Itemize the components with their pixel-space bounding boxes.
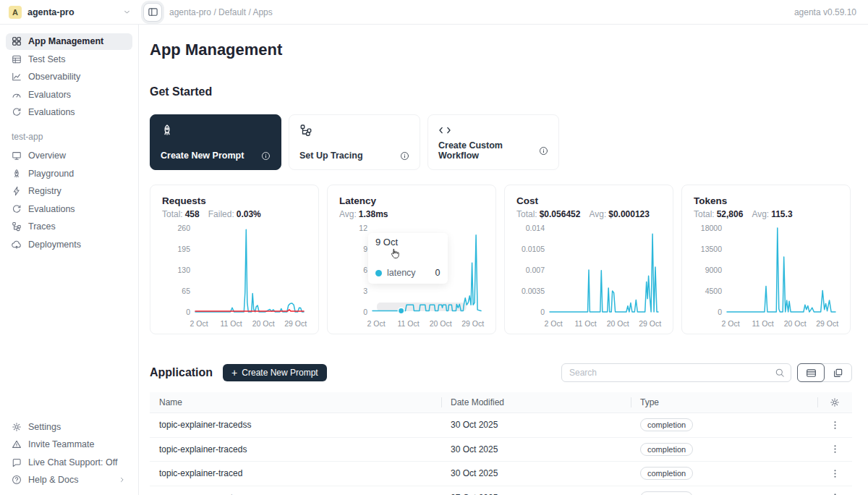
- svg-text:18000: 18000: [701, 224, 722, 232]
- chevron-down-icon[interactable]: [122, 7, 132, 17]
- chevron-right-icon: [118, 475, 127, 484]
- column-header-date-modified[interactable]: Date Modified: [441, 392, 631, 412]
- arrows-clockwise-icon: [12, 107, 22, 117]
- svg-text:130: 130: [177, 266, 190, 274]
- svg-text:9000: 9000: [705, 266, 723, 274]
- create-new-prompt-button[interactable]: + Create New Prompt: [223, 364, 327, 381]
- cell-type: completion: [631, 468, 817, 478]
- sidebar-item-traces[interactable]: Traces: [6, 219, 132, 235]
- card-view-button[interactable]: [824, 364, 851, 381]
- cell-name: topic-explainer-traceds: [150, 444, 441, 454]
- type-badge: completion: [640, 443, 693, 456]
- tooltip-date: 9 Oct: [375, 237, 441, 248]
- svg-text:20 Oct: 20 Oct: [607, 319, 629, 328]
- card-create-new-prompt[interactable]: Create New Prompt: [150, 114, 281, 170]
- sidebar-item-playground[interactable]: Playground: [6, 165, 132, 182]
- sidebar-collapse-button[interactable]: [143, 3, 162, 22]
- chart-stat-total: Total:52,806: [694, 209, 743, 219]
- column-header-type[interactable]: Type: [631, 392, 817, 412]
- workspace-avatar: A: [9, 6, 22, 19]
- sidebar-item-live-chat-support-off[interactable]: Live Chat Support: Off: [6, 454, 132, 470]
- main-content: App Management Get Started Create New Pr…: [139, 25, 868, 495]
- table-view-button[interactable]: [797, 363, 825, 382]
- table-row-topic-explainer-traced[interactable]: topic-explainer-traced 30 Oct 2025 compl…: [150, 462, 852, 486]
- chart-stats: Total:$0.056452Avg:$0.000123: [516, 209, 661, 219]
- sidebar-item-help-docs[interactable]: Help & Docs: [6, 472, 132, 488]
- application-header: Application + Create New Prompt: [150, 363, 852, 382]
- question-icon: [12, 475, 22, 485]
- grid-icon: [12, 36, 22, 46]
- view-toggle: [797, 363, 852, 382]
- svg-text:11 Oct: 11 Oct: [752, 319, 773, 328]
- table-row-career-assessment[interactable]: career-assessment 27 Oct 2025 completion: [150, 486, 852, 495]
- sidebar-item-overview[interactable]: Overview: [6, 148, 132, 164]
- get-started-heading: Get Started: [150, 85, 852, 98]
- svg-text:2 Oct: 2 Oct: [544, 319, 562, 328]
- chart-title: Requests: [162, 195, 307, 206]
- row-menu-button[interactable]: [817, 444, 852, 454]
- sidebar-item-registry[interactable]: Registry: [6, 183, 132, 200]
- row-menu-button[interactable]: [817, 468, 852, 479]
- svg-text:29 Oct: 29 Oct: [461, 319, 484, 328]
- sidebar-item-evaluators[interactable]: Evaluators: [6, 86, 132, 103]
- chart-plot-cost[interactable]: 00.00350.0070.01050.0142 Oct11 Oct20 Oct…: [516, 221, 663, 331]
- get-started-cards: Create New Prompt Set Up Tracing Create …: [150, 114, 852, 170]
- svg-text:6: 6: [363, 266, 367, 274]
- application-heading: Application: [150, 366, 213, 379]
- table-row-topic-explainer-traceds[interactable]: topic-explainer-traceds 30 Oct 2025 comp…: [150, 438, 852, 462]
- sidebar-item-label: Deployments: [28, 240, 81, 250]
- chart-tooltip: 9 Oct latency 0: [368, 233, 448, 284]
- row-menu-button[interactable]: [817, 492, 852, 495]
- chart-card-tokens: Tokens Total:52,806Avg:115.3 04500900013…: [681, 185, 851, 334]
- row-menu-button[interactable]: [817, 420, 852, 431]
- info-icon: [400, 151, 409, 161]
- tooltip-series-name: latency: [387, 268, 416, 278]
- svg-text:4500: 4500: [705, 287, 723, 295]
- rocket-icon: [161, 124, 174, 137]
- card-set-up-tracing[interactable]: Set Up Tracing: [289, 114, 420, 170]
- code-icon: [438, 124, 451, 137]
- topbar: A agenta-pro agenta-pro / Default / Apps…: [0, 0, 868, 25]
- chart-stat-total: Total:$0.056452: [516, 209, 580, 219]
- chart-stat-avg: Avg:115.3: [752, 209, 792, 219]
- sidebar-item-observability[interactable]: Observability: [6, 69, 132, 85]
- page-title: App Management: [150, 41, 852, 59]
- chart-plot-requests[interactable]: 0651301952602 Oct11 Oct20 Oct29 Oct: [162, 221, 308, 331]
- chart-card-cost: Cost Total:$0.056452Avg:$0.000123 00.003…: [504, 185, 673, 334]
- svg-text:0: 0: [718, 308, 722, 316]
- breadcrumb[interactable]: agenta-pro / Default / Apps: [169, 7, 273, 17]
- gauge-icon: [12, 90, 22, 100]
- chat-icon: [12, 457, 22, 468]
- sidebar-item-evaluations[interactable]: Evaluations: [6, 200, 132, 217]
- sidebar-item-test-sets[interactable]: Test Sets: [6, 51, 132, 67]
- sidebar-item-label: Traces: [28, 221, 56, 232]
- search-input[interactable]: [562, 368, 769, 378]
- svg-text:29 Oct: 29 Oct: [639, 319, 661, 328]
- svg-text:12: 12: [359, 224, 367, 232]
- search-icon[interactable]: [769, 368, 791, 378]
- column-header-name[interactable]: Name: [150, 392, 441, 412]
- workspace-switcher[interactable]: A agenta-pro: [0, 6, 139, 19]
- svg-text:2 Oct: 2 Oct: [367, 319, 385, 328]
- gear-icon: [830, 397, 840, 407]
- svg-text:0: 0: [540, 308, 545, 316]
- chart-stats: Avg:1.38ms: [339, 209, 484, 219]
- sidebar-item-invite-teammate[interactable]: Invite Teammate: [6, 436, 132, 453]
- info-icon: [261, 151, 271, 161]
- cursor-pointer-icon: [388, 248, 401, 261]
- sidebar-item-label: Playground: [28, 169, 74, 179]
- tooltip-series-row: latency 0: [375, 268, 441, 278]
- sidebar-item-evaluations[interactable]: Evaluations: [6, 104, 132, 121]
- card-create-custom-workflow[interactable]: Create Custom Workflow: [427, 114, 559, 170]
- sidebar-item-settings[interactable]: Settings: [6, 418, 132, 435]
- table-row-topic-explainer-tracedss[interactable]: topic-explainer-tracedss 30 Oct 2025 com…: [150, 413, 852, 438]
- svg-text:20 Oct: 20 Oct: [252, 319, 275, 328]
- column-settings[interactable]: [817, 392, 852, 412]
- sidebar-item-deployments[interactable]: Deployments: [6, 236, 132, 253]
- sidebar-item-app-management[interactable]: App Management: [6, 33, 132, 50]
- chart-plot-tokens[interactable]: 04500900013500180002 Oct11 Oct20 Oct29 O…: [694, 221, 840, 331]
- sidebar-main-nav: App Management Test Sets Observability E…: [0, 32, 138, 122]
- cell-name: topic-explainer-traced: [150, 468, 441, 478]
- series-dot-icon: [375, 270, 382, 276]
- sidebar-item-label: Live Chat Support: Off: [28, 457, 117, 468]
